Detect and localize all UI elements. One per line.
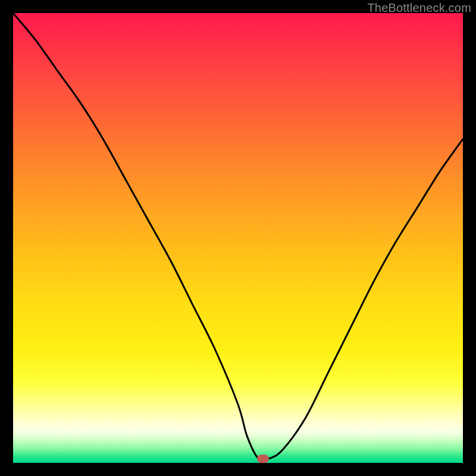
attribution-text: TheBottleneck.com bbox=[367, 1, 471, 15]
optimal-point-marker bbox=[257, 455, 269, 463]
chart-stage: TheBottleneck.com bbox=[0, 0, 476, 476]
bottleneck-curve bbox=[13, 13, 463, 463]
plot-area bbox=[13, 13, 463, 463]
